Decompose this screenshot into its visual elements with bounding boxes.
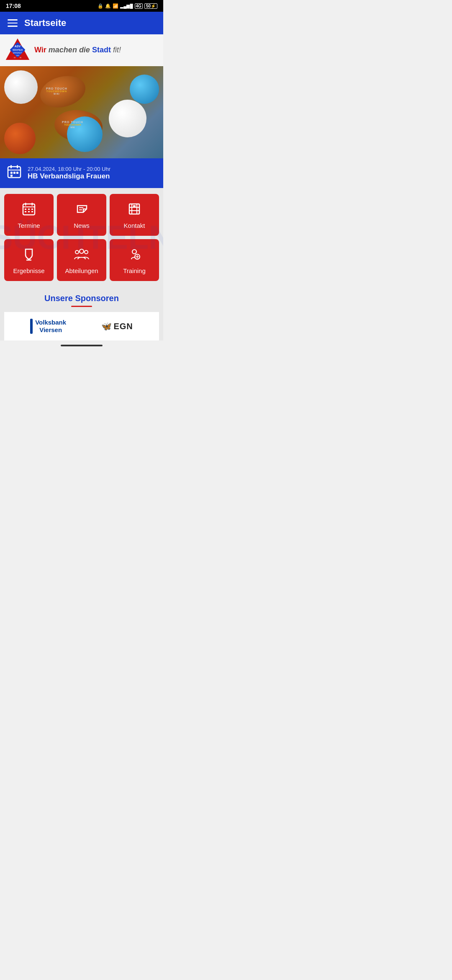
tagline-wir: Wir [34,46,46,54]
svg-point-39 [132,250,136,254]
svg-text:SÜCHTELN: SÜCHTELN [13,49,23,51]
news-label: News [74,222,90,229]
svg-text:06: 06 [20,57,21,59]
event-date: 27.04.2024, 18:00 Uhr - 20:00 Uhr [28,166,110,172]
svg-rect-14 [16,172,18,174]
svg-text:03: 03 [14,57,15,59]
ergebnisse-label: Ergebnisse [13,267,44,274]
wifi-icon: 📶 [113,3,118,9]
network-badge: 4G [135,3,143,9]
tagline-machen: machen [46,46,79,54]
status-icons: 🔒 🔔 📶 ▂▄▆█ 4G 50⚡ [98,3,157,9]
svg-rect-33 [133,205,136,207]
svg-point-36 [80,249,84,253]
tagline-bar: ASV SÜCHTELN EINIGKEIT 1860 03 06 Wir ma… [0,34,163,66]
svg-rect-19 [32,203,33,206]
sponsors-section: Unsere Sponsoren Volksbank Viersen 🦋 EGN [0,287,163,340]
termine-label: Termine [18,222,40,229]
news-button[interactable]: News [57,194,106,236]
svg-text:1860: 1860 [16,55,19,57]
event-info: 27.04.2024, 18:00 Uhr - 20:00 Uhr HB Ver… [28,166,110,181]
abteilungen-icon [74,248,89,263]
event-title: HB Verbandsliga Frauen [28,172,110,181]
svg-rect-12 [10,172,13,174]
termine-button[interactable]: Termine [4,194,54,236]
volksbank-sponsor: Volksbank Viersen [30,319,66,334]
svg-rect-24 [28,211,30,212]
sponsors-title: Unsere Sponsoren [4,294,159,303]
svg-point-38 [85,250,88,254]
svg-rect-10 [17,165,18,168]
tagline-stadt: Stadt [92,46,111,54]
top-nav: Startseite [0,12,163,34]
svg-text:ASV: ASV [15,45,21,48]
tagline-text: Wir machen die Stadt fit! [34,45,121,55]
home-indicator [0,340,163,351]
abteilungen-button[interactable]: Abteilungen [57,239,106,281]
football-ball-1 [37,71,89,112]
balls-visual: PRO TOUCH TOUCHDOWN MINI PRO TOUCH TOUCH… [0,66,163,158]
training-button[interactable]: Training [110,239,159,281]
hamburger-menu-button[interactable] [8,19,18,27]
event-card[interactable]: 27.04.2024, 18:00 Uhr - 20:00 Uhr HB Ver… [0,158,163,188]
svg-rect-13 [13,172,15,174]
abteilungen-label: Abteilungen [65,267,98,274]
status-time: 17:08 [6,3,21,9]
sponsors-row: Volksbank Viersen 🦋 EGN [4,312,159,340]
svg-rect-22 [31,209,33,210]
egn-text: EGN [113,322,133,331]
club-logo: ASV SÜCHTELN EINIGKEIT 1860 03 06 [5,38,30,63]
volksbank-text: Volksbank Viersen [35,319,66,334]
kontakt-button[interactable]: Kontakt [110,194,159,236]
kontakt-icon [128,202,141,218]
volksbank-bar [30,319,33,334]
grid-container: SÜCHTELN Termine [0,188,163,287]
termine-icon [22,202,36,218]
event-calendar-icon [7,164,22,182]
lock-icon: 🔒 [98,3,103,9]
svg-text:EINIGKEIT: EINIGKEIT [13,52,22,54]
egn-sponsor: 🦋 EGN [101,321,133,331]
svg-rect-15 [10,175,13,177]
battery-icon: 50⚡ [144,3,157,9]
buttons-grid: Termine News [0,188,163,287]
hero-image: PRO TOUCH TOUCHDOWN MINI PRO TOUCH TOUCH… [0,66,163,158]
training-icon [128,248,141,263]
ergebnisse-button[interactable]: Ergebnisse [4,239,54,281]
news-icon [75,202,88,218]
hero-section: ASV SÜCHTELN EINIGKEIT 1860 03 06 Wir ma… [0,34,163,158]
svg-rect-20 [25,209,26,210]
bell-icon: 🔔 [105,3,111,9]
tagline-fit: fit! [111,46,121,54]
svg-rect-21 [28,209,30,210]
svg-rect-9 [10,165,12,168]
soccer-ball-blue [67,116,103,152]
soccer-ball-white [4,70,38,104]
basketball-ball [4,123,36,154]
status-bar: 17:08 🔒 🔔 📶 ▂▄▆█ 4G 50⚡ [0,0,163,12]
sponsors-underline [71,306,92,307]
svg-rect-25 [31,211,33,212]
kontakt-label: Kontakt [124,222,145,229]
svg-rect-23 [25,211,26,212]
training-label: Training [123,267,146,274]
svg-point-37 [75,250,79,254]
ergebnisse-icon [22,248,36,263]
svg-rect-18 [25,203,26,206]
home-bar [61,345,103,346]
page-title: Startseite [24,18,66,28]
egn-bug-icon: 🦋 [101,321,112,331]
soccer-ball-blue-2 [130,75,159,104]
tagline-die: die [79,46,92,54]
signal-bars: ▂▄▆█ [120,4,133,8]
soccer-ball-white-2 [109,100,146,137]
